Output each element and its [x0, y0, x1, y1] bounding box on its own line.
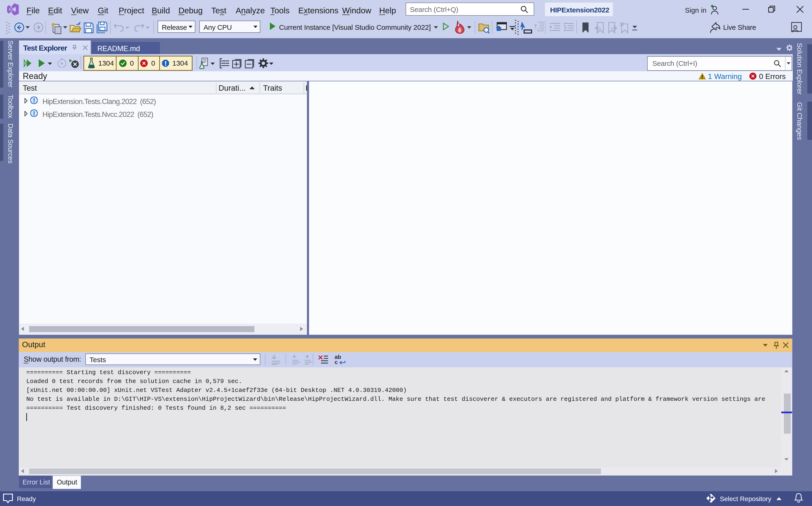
svg-text:c: c: [335, 359, 338, 365]
